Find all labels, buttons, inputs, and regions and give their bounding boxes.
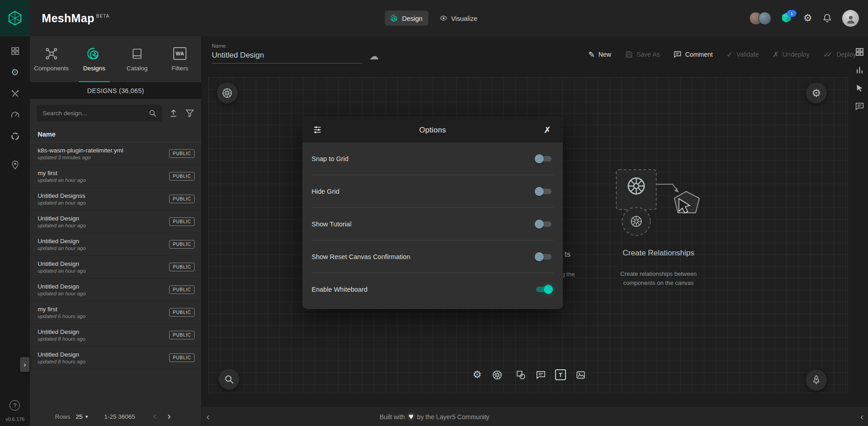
image-icon xyxy=(575,370,586,380)
sidebar-expand-handle[interactable]: › xyxy=(20,357,29,372)
design-list-item[interactable]: my first updated 6 hours ago PUBLIC xyxy=(30,301,201,324)
new-button[interactable]: ✎ New xyxy=(588,51,611,59)
snap-to-grid-toggle[interactable] xyxy=(534,153,554,164)
kubernetes-components-tool[interactable]: ⚙ xyxy=(469,367,485,382)
meshery-extension-button[interactable]: 1 xyxy=(780,12,793,24)
design-name-group: Name ☁ xyxy=(212,43,379,64)
enable-whiteboard-toggle[interactable] xyxy=(534,284,554,295)
settings-button[interactable]: ⚙ xyxy=(803,13,812,23)
user-avatar[interactable] xyxy=(842,10,859,27)
right-drawer-collapse-button[interactable]: ‹ xyxy=(857,410,867,423)
comment-bubble-icon xyxy=(536,370,546,380)
sidebar-item-lifecycle[interactable]: ⚙ xyxy=(9,67,21,78)
close-button[interactable]: ✗ xyxy=(542,123,553,137)
metrics-panel-button[interactable] xyxy=(854,64,865,75)
zoom-button[interactable] xyxy=(219,369,239,390)
comment-button[interactable]: Comment xyxy=(673,50,713,59)
eye-icon xyxy=(440,15,448,22)
design-list-item[interactable]: Untitled Design updated an hour ago PUBL… xyxy=(30,233,201,256)
design-list-item[interactable]: Untitled Designss updated an hour ago PU… xyxy=(30,188,201,211)
gauge-icon xyxy=(10,110,20,120)
sidebar-item-environment[interactable] xyxy=(9,159,21,170)
chevron-left-icon: ‹ xyxy=(206,411,210,421)
sidebar-item-dashboard[interactable] xyxy=(9,45,21,56)
tab-designs[interactable]: Designs xyxy=(73,36,116,82)
collaborator-avatars[interactable] xyxy=(749,12,771,25)
design-list-item[interactable]: Untitled Design updated an hour ago PUBL… xyxy=(30,256,201,279)
show-tutorial-toggle[interactable] xyxy=(534,219,554,230)
next-page-button[interactable]: › xyxy=(162,411,176,421)
text-tool[interactable]: T xyxy=(553,367,568,382)
designs-spiral-icon xyxy=(88,47,101,60)
app-title: MeshMap xyxy=(42,12,94,25)
layer5-logo[interactable] xyxy=(0,0,30,36)
notifications-button[interactable] xyxy=(822,13,832,23)
left-drawer-collapse-button[interactable]: ‹ xyxy=(203,410,213,423)
gear-icon: ⚙ xyxy=(803,13,812,23)
design-text: my first updated an hour ago xyxy=(38,170,86,183)
hide-grid-toggle[interactable] xyxy=(534,186,554,197)
chevron-left-icon: ‹ xyxy=(860,411,863,421)
option-label: Enable Whiteboard xyxy=(312,286,367,293)
design-list-item[interactable]: k8s-wasm-plugin-ratelimiter.yml updated … xyxy=(30,142,201,165)
tab-catalog[interactable]: Catalog xyxy=(116,36,159,82)
visibility-badge: PUBLIC xyxy=(169,263,195,271)
search-box xyxy=(37,105,162,122)
shapes-tool[interactable] xyxy=(513,367,528,382)
pagination-range: 1-25 36065 xyxy=(104,413,135,420)
design-list-item[interactable]: Untitled Design updated 8 hours ago PUBL… xyxy=(30,347,201,369)
option-label: Snap to Grid xyxy=(312,155,348,162)
kubernetes-dock-toggle-button[interactable] xyxy=(217,83,238,103)
show-reset-canvas-confirmation-toggle[interactable] xyxy=(534,251,554,262)
dashboard-grid-icon xyxy=(10,46,20,56)
wasm-icon: WA xyxy=(173,47,186,60)
shapes-icon xyxy=(516,370,526,380)
search-input[interactable] xyxy=(42,109,148,117)
kubernetes-wheel-icon xyxy=(492,370,502,380)
undeploy-button[interactable]: ✗ Undeploy xyxy=(773,51,809,59)
kubernetes-wheel-tool[interactable] xyxy=(489,367,505,382)
design-list-item[interactable]: Untitled Design updated an hour ago PUBL… xyxy=(30,211,201,233)
fly-deploy-button[interactable] xyxy=(806,370,827,391)
option-label: Hide Grid xyxy=(312,188,339,195)
filter-button[interactable] xyxy=(185,108,195,118)
rows-per-page-label: Rows xyxy=(55,413,70,420)
validate-button[interactable]: ✓ Validate xyxy=(727,51,759,59)
comment-tool[interactable] xyxy=(533,367,548,382)
design-list-item[interactable]: my first updated an hour ago PUBLIC xyxy=(30,165,201,188)
design-text: Untitled Design updated an hour ago xyxy=(38,238,86,251)
visibility-badge: PUBLIC xyxy=(169,353,195,362)
sidebar-item-configuration[interactable] xyxy=(9,88,21,99)
sidebar-item-performance[interactable] xyxy=(9,109,21,120)
tab-components[interactable]: Components xyxy=(30,36,73,82)
catalog-book-icon xyxy=(131,47,144,60)
design-mode-button[interactable]: Design xyxy=(385,11,429,26)
comments-panel-button[interactable] xyxy=(854,101,865,112)
help-button[interactable]: ? xyxy=(10,400,20,411)
bar-chart-icon xyxy=(855,65,864,75)
interact-panel-button[interactable] xyxy=(854,83,865,93)
options-modal-header: Options ✗ xyxy=(302,117,563,142)
options-modal-title: Options xyxy=(302,126,563,134)
layout-panel-button[interactable] xyxy=(854,46,865,57)
design-list-item[interactable]: Untitled Design updated an hour ago PUBL… xyxy=(30,279,201,301)
chevron-right-icon: › xyxy=(24,360,26,369)
person-icon xyxy=(845,14,856,24)
media-tool[interactable] xyxy=(573,367,588,382)
rows-per-page-select[interactable]: 25 ▾ xyxy=(76,413,88,420)
design-list-item[interactable]: Untitled Design updated 8 hours ago PUBL… xyxy=(30,324,201,347)
import-design-button[interactable] xyxy=(169,108,178,118)
design-name-input[interactable] xyxy=(212,50,362,64)
deploy-button[interactable]: ✓✓ Deploy xyxy=(823,51,856,59)
design-updated: updated 3 minutes ago xyxy=(38,155,123,160)
save-as-button[interactable]: Save As xyxy=(625,50,660,59)
sidebar-item-extensions[interactable] xyxy=(9,131,21,142)
visibility-badge: PUBLIC xyxy=(169,149,195,158)
tab-filters[interactable]: WA Filters xyxy=(159,36,202,82)
design-text: Untitled Design updated an hour ago xyxy=(38,260,86,274)
canvas-options-button[interactable]: ⚙ xyxy=(806,83,827,103)
previous-page-button[interactable]: ‹ xyxy=(148,411,162,421)
collaborator-avatar[interactable] xyxy=(758,12,771,25)
visualize-mode-button[interactable]: Visualize xyxy=(434,11,483,26)
text-tool-icon: T xyxy=(555,369,566,380)
